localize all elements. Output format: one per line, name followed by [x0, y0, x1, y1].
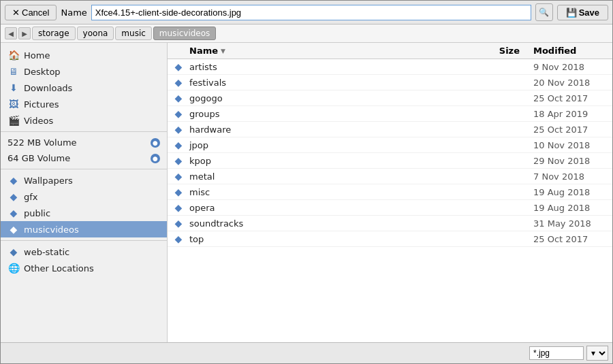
sidebar-separator-1: [1, 131, 167, 132]
breadcrumb-item-musicvideos[interactable]: musicvideos: [153, 27, 217, 40]
file-row[interactable]: ◆ soundtracks 31 May 2018: [168, 216, 612, 231]
file-modified: 25 Oct 2017: [531, 234, 612, 244]
file-row[interactable]: ◆ opera 19 Aug 2018: [168, 200, 612, 216]
file-modified: 20 Nov 2018: [531, 78, 612, 88]
folder-icon: ◆: [168, 171, 189, 182]
file-name: hardware: [189, 125, 476, 135]
file-row[interactable]: ◆ jpop 10 Nov 2018: [168, 137, 612, 153]
file-row[interactable]: ◆ gogogo 25 Oct 2017: [168, 90, 612, 106]
sidebar-label-other-locations: Other Locations: [24, 263, 94, 274]
other-locations-icon: 🌐: [7, 263, 20, 274]
sidebar-item-wallpapers[interactable]: ◆ Wallpapers: [1, 172, 167, 188]
folder-icon: ◆: [168, 124, 189, 135]
filter-dropdown[interactable]: ▾: [586, 346, 608, 361]
filename-input[interactable]: [91, 5, 531, 20]
file-name: metal: [189, 171, 476, 182]
sidebar-label-wallpapers: Wallpapers: [24, 176, 73, 186]
col-size-label: Size: [499, 46, 520, 56]
cancel-label: Cancel: [22, 7, 49, 18]
file-name: soundtracks: [189, 218, 476, 229]
sidebar-item-home[interactable]: 🏠 Home: [1, 47, 167, 63]
col-name-label: Name: [189, 46, 218, 56]
breadcrumb-item-music[interactable]: music: [115, 27, 151, 40]
sidebar-item-web-static[interactable]: ◆ web-static: [1, 244, 167, 260]
bottom-bar: ▾: [1, 342, 612, 363]
sidebar-item-desktop[interactable]: 🖥 Desktop: [1, 63, 167, 80]
sidebar-item-musicvideos[interactable]: ◆ musicvideos: [1, 221, 167, 237]
filter-input[interactable]: [529, 346, 584, 360]
save-disk-icon: 💾: [566, 7, 577, 18]
cancel-icon: ✕: [12, 7, 20, 18]
col-modified-header[interactable]: Modified: [531, 46, 612, 56]
sidebar-label-videos: Videos: [24, 116, 53, 126]
folder-icon: ◆: [168, 233, 189, 244]
file-row[interactable]: ◆ hardware 25 Oct 2017: [168, 122, 612, 137]
file-modified: 7 Nov 2018: [531, 171, 612, 182]
sort-arrow: ▼: [221, 48, 225, 54]
folder-icon: ◆: [168, 108, 189, 119]
sidebar-label-desktop: Desktop: [24, 67, 61, 77]
sidebar-label-downloads: Downloads: [24, 83, 72, 93]
folder-icon: ◆: [168, 155, 189, 166]
col-modified-label: Modified: [533, 46, 576, 56]
sidebar-label-home: Home: [24, 50, 50, 61]
volume-indicator-vol522: ●: [151, 138, 160, 148]
file-row[interactable]: ◆ top 25 Oct 2017: [168, 231, 612, 247]
file-modified: 10 Nov 2018: [531, 140, 612, 150]
sidebar-label-public: public: [24, 208, 50, 218]
file-row[interactable]: ◆ groups 18 Apr 2019: [168, 106, 612, 122]
musicvideos-icon: ◆: [7, 224, 20, 235]
pictures-icon: 🖼: [7, 99, 20, 110]
file-name: jpop: [189, 140, 476, 150]
file-name: kpop: [189, 156, 476, 166]
name-field-label: Name: [61, 7, 87, 18]
file-row[interactable]: ◆ metal 7 Nov 2018: [168, 169, 612, 184]
sidebar-item-videos[interactable]: 🎬 Videos: [1, 112, 167, 129]
file-modified: 19 Aug 2018: [531, 203, 612, 213]
file-row[interactable]: ◆ kpop 29 Nov 2018: [168, 153, 612, 169]
volume-indicator-vol64: ●: [151, 154, 160, 163]
save-button[interactable]: 💾 Save: [557, 5, 608, 20]
search-button[interactable]: 🔍: [535, 3, 553, 21]
file-row[interactable]: ◆ artists 9 Nov 2018: [168, 59, 612, 75]
col-size-header[interactable]: Size: [476, 46, 531, 56]
sidebar-item-gfx[interactable]: ◆ gfx: [1, 188, 167, 205]
videos-icon: 🎬: [7, 115, 20, 126]
sidebar: 🏠 Home🖥 Desktop⬇ Downloads🖼 Pictures🎬 Vi…: [1, 43, 168, 342]
sidebar-item-downloads[interactable]: ⬇ Downloads: [1, 80, 167, 96]
breadcrumb-item-storage[interactable]: storage: [32, 27, 76, 40]
nav-back-button[interactable]: ◀: [5, 27, 17, 39]
file-modified: 29 Nov 2018: [531, 156, 612, 166]
home-icon: 🏠: [7, 50, 20, 61]
file-name: festivals: [189, 78, 476, 88]
sidebar-item-pictures[interactable]: 🖼 Pictures: [1, 96, 167, 112]
folder-icon: ◆: [168, 202, 189, 213]
sidebar-volume-vol522[interactable]: 522 MB Volume ●: [1, 135, 167, 150]
sidebar-volume-vol64[interactable]: 64 GB Volume ●: [1, 150, 167, 166]
file-row[interactable]: ◆ festivals 20 Nov 2018: [168, 75, 612, 90]
file-list: ◆ artists 9 Nov 2018 ◆ festivals 20 Nov …: [168, 59, 612, 342]
folder-icon: ◆: [168, 61, 189, 72]
cancel-button[interactable]: ✕ Cancel: [5, 5, 57, 20]
file-pane: Name ▼ Size Modified ◆ artists 9 Nov 201…: [168, 43, 612, 342]
file-modified: 25 Oct 2017: [531, 125, 612, 135]
column-headers: Name ▼ Size Modified: [168, 43, 612, 59]
sidebar-item-public[interactable]: ◆ public: [1, 205, 167, 221]
file-name: misc: [189, 187, 476, 197]
desktop-icon: 🖥: [7, 66, 20, 77]
folder-icon: ◆: [168, 186, 189, 197]
col-name-header[interactable]: Name ▼: [168, 46, 476, 56]
volume-name-vol64: 64 GB Volume: [7, 153, 146, 163]
file-name: top: [189, 234, 476, 244]
nav-forward-button[interactable]: ▶: [18, 27, 31, 39]
sidebar-separator-3: [1, 240, 167, 241]
folder-icon: ◆: [168, 218, 189, 229]
breadcrumb-bar: ◀ ▶ storageyoonamusicmusicvideos: [1, 24, 612, 43]
file-row[interactable]: ◆ misc 19 Aug 2018: [168, 184, 612, 200]
folder-icon: ◆: [168, 93, 189, 103]
sidebar-item-other-locations[interactable]: 🌐 Other Locations: [1, 260, 167, 276]
file-name: artists: [189, 62, 476, 72]
breadcrumb-item-yoona[interactable]: yoona: [77, 27, 114, 40]
top-bar: ✕ Cancel Name 🔍 💾 Save: [1, 1, 612, 24]
file-modified: 19 Aug 2018: [531, 187, 612, 197]
